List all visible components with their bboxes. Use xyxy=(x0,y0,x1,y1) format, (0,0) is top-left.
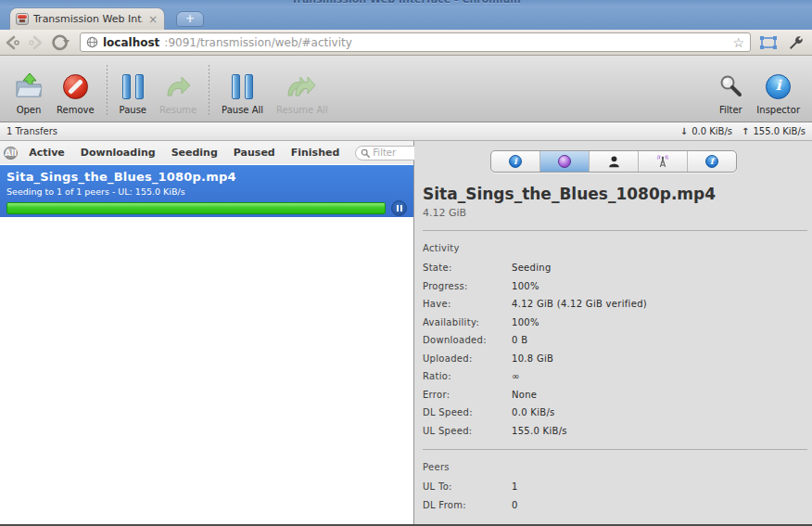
inspector-info-icon: i xyxy=(766,74,791,99)
row-have: Have:4.12 GiB (4.12 GiB verified) xyxy=(423,295,812,314)
speed-summary: ↓ 0.0 KiB/s ↑ 155.0 KiB/s xyxy=(680,126,806,136)
url-bar[interactable]: localhost :9091/transmission/web/#activi… xyxy=(80,32,751,52)
tab-title: Transmission Web Int... xyxy=(33,13,143,25)
row-uploaded: Uploaded:10.8 GiB xyxy=(423,350,812,368)
info-icon: i xyxy=(509,155,522,168)
activity-rows: State:Seeding Progress:100% Have:4.12 Gi… xyxy=(423,259,812,440)
open-folder-icon xyxy=(14,71,44,101)
window-title: Transmission Web Interface - Chromium xyxy=(0,0,812,6)
download-speed: 0.0 KiB/s xyxy=(691,126,732,136)
divider xyxy=(423,449,807,450)
inspector-tab-files[interactable]: f xyxy=(688,151,736,172)
filter-bar: All Active Downloading Seeding Paused Fi… xyxy=(0,141,413,164)
url-path: :9091/transmission/web/#activity xyxy=(164,36,728,49)
toolbar-separator xyxy=(107,65,108,115)
row-ul-to: UL To:1 xyxy=(423,478,812,496)
tab-strip: Transmission Web Int... × + xyxy=(0,7,812,30)
torrent-row-selected[interactable]: Sita_Sings_the_Blues_1080p.mp4 Seeding t… xyxy=(0,165,413,217)
torrent-progress-fill xyxy=(7,203,385,213)
pause-all-icon xyxy=(232,71,253,101)
transfer-count: 1 Transfers xyxy=(6,126,57,136)
upload-arrow-icon: ↑ xyxy=(742,126,749,136)
url-host: localhost xyxy=(103,36,159,49)
row-downloaded: Downloaded:0 B xyxy=(423,331,812,350)
pause-icon xyxy=(122,71,144,101)
status-bar: 1 Transfers ↓ 0.0 KiB/s ↑ 155.0 KiB/s xyxy=(0,122,812,141)
extension-capture-button[interactable] xyxy=(756,32,780,54)
peers-person-icon xyxy=(607,155,621,169)
row-dl-from: DL From:0 xyxy=(423,496,812,515)
tracker-antenna-icon xyxy=(655,154,670,169)
browser-toolbar: localhost :9091/transmission/web/#activi… xyxy=(0,30,812,56)
resume-all-label: Resume All xyxy=(276,105,328,115)
inspector-tab-bar: i xyxy=(490,150,737,173)
row-progress: Progress:100% xyxy=(423,277,812,296)
pause-all-button[interactable]: Pause All xyxy=(215,63,270,115)
activity-section-header: Activity xyxy=(423,243,812,253)
search-icon xyxy=(361,148,370,158)
resume-label: Resume xyxy=(159,105,197,115)
remove-label: Remove xyxy=(57,105,95,115)
open-button[interactable]: Open xyxy=(7,63,50,115)
filter-tab-all[interactable]: All xyxy=(4,147,18,160)
files-icon: f xyxy=(705,155,718,168)
forward-arrow-icon xyxy=(27,34,45,51)
filter-tab-seeding[interactable]: Seeding xyxy=(171,147,218,159)
capture-frame-icon xyxy=(759,35,778,50)
forward-button[interactable] xyxy=(24,32,48,54)
activity-orb-icon xyxy=(558,155,571,168)
main-area: All Active Downloading Seeding Paused Fi… xyxy=(0,141,812,524)
filter-tab-downloading[interactable]: Downloading xyxy=(81,147,156,159)
download-arrow-icon: ↓ xyxy=(680,126,688,136)
resume-button: Resume xyxy=(153,63,203,115)
filter-label: Filter xyxy=(719,105,742,115)
filter-tab-finished[interactable]: Finished xyxy=(291,147,340,159)
inspector-size: 4.12 GiB xyxy=(423,207,805,219)
peers-section-header: Peers xyxy=(423,462,812,472)
wrench-icon xyxy=(788,34,805,51)
new-tab-button[interactable]: + xyxy=(176,11,204,27)
inspector-title: Sita_Sings_the_Blues_1080p.mp4 xyxy=(423,185,805,203)
back-arrow-icon xyxy=(3,34,21,51)
resume-icon xyxy=(164,71,192,101)
torrent-name: Sita_Sings_the_Blues_1080p.mp4 xyxy=(6,170,407,184)
inspector-tab-activity[interactable] xyxy=(540,151,590,172)
remove-button[interactable]: Remove xyxy=(50,63,101,115)
toolbar-separator xyxy=(209,65,209,115)
row-availability: Availability:100% xyxy=(423,314,812,332)
upload-speed: 155.0 KiB/s xyxy=(753,126,806,136)
bookmark-star-icon[interactable]: ☆ xyxy=(732,36,744,49)
resume-all-button: Resume All xyxy=(270,63,335,115)
inspector-tab-trackers[interactable] xyxy=(639,151,688,172)
torrent-progress-details: 4.12 GiB, uploaded 10.8 GiB (Ratio 2.63) xyxy=(6,220,407,230)
filter-button[interactable]: Filter xyxy=(711,63,750,115)
pause-button[interactable]: Pause xyxy=(113,63,153,115)
browser-window: Transmission Web Interface - Chromium Tr… xyxy=(0,0,812,526)
back-button[interactable] xyxy=(0,32,24,54)
reload-button[interactable] xyxy=(48,32,72,54)
inspector-button[interactable]: i Inspector xyxy=(750,63,806,115)
app-toolbar: Open Remove Pause Resume Pause All xyxy=(0,56,812,122)
resume-all-icon xyxy=(285,71,319,101)
globe-icon xyxy=(86,36,98,48)
tab-close-icon[interactable]: × xyxy=(147,14,159,25)
row-ratio: Ratio:∞ xyxy=(423,367,812,386)
browser-tab[interactable]: Transmission Web Int... × xyxy=(9,7,165,30)
open-label: Open xyxy=(17,105,42,115)
inspector-label: Inspector xyxy=(756,105,800,115)
filter-tab-active[interactable]: Active xyxy=(29,147,65,159)
filter-magnifier-icon xyxy=(717,71,743,101)
inspector-tab-peers[interactable] xyxy=(590,151,639,172)
peers-rows: UL To:1 DL From:0 xyxy=(423,478,812,514)
browser-menu-button[interactable] xyxy=(784,32,808,54)
remove-icon xyxy=(63,74,88,99)
torrent-progress-bar xyxy=(6,202,386,214)
pause-label: Pause xyxy=(120,105,146,115)
torrent-pause-button[interactable] xyxy=(391,200,407,216)
row-error: Error:None xyxy=(423,386,812,404)
torrent-peer-details: Seeding to 1 of 1 peers - UL: 155.0 KiB/… xyxy=(6,186,407,197)
divider xyxy=(423,230,807,231)
filter-tab-paused[interactable]: Paused xyxy=(234,147,275,159)
inspector-tab-info[interactable]: i xyxy=(491,151,540,172)
reload-icon xyxy=(51,33,70,52)
